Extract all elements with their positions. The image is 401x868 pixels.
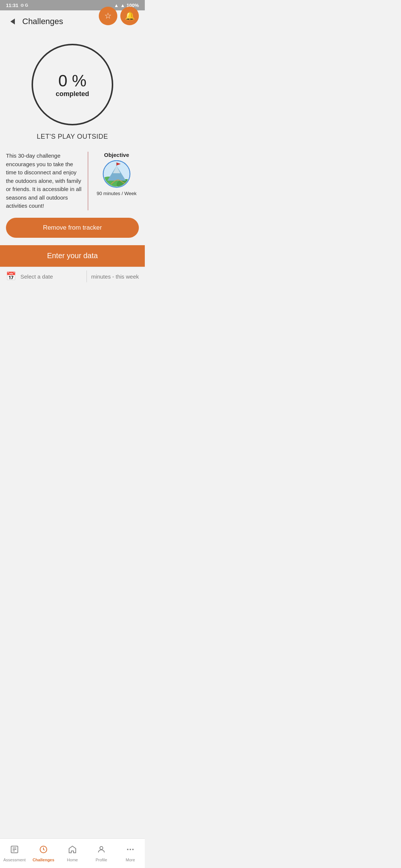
time-display: 11:31 [6, 3, 18, 8]
date-input-row: 📅 Select a date minutes - this week [0, 267, 145, 286]
notification-icon: 🔔 [125, 11, 135, 21]
progress-circle: 0 % completed [32, 44, 113, 125]
objective-desc: 90 minutes / Week [97, 190, 136, 197]
objective-label: Objective [104, 152, 129, 158]
notification-button[interactable]: 🔔 [120, 7, 139, 25]
objective-icon [100, 160, 133, 188]
top-bar: Challenges ☆ 🔔 [0, 10, 145, 33]
challenge-title: LET'S PLAY OUTSIDE [37, 133, 108, 141]
challenge-description: This 30-day challenge encourages you to … [6, 152, 82, 210]
objective-section: Objective [94, 152, 139, 197]
info-section: This 30-day challenge encourages you to … [6, 152, 139, 210]
date-row-divider [87, 270, 87, 282]
badge-button[interactable]: ☆ [99, 7, 117, 25]
progress-percent: 0 % [58, 72, 87, 90]
main-content: 0 % completed LET'S PLAY OUTSIDE This 30… [0, 33, 145, 316]
status-time: 11:31 ⊙ G [6, 3, 28, 8]
progress-section: 0 % completed LET'S PLAY OUTSIDE [0, 36, 145, 144]
status-icons: ⊙ G [20, 3, 28, 8]
enter-data-button[interactable]: Enter your data [0, 245, 145, 267]
back-button[interactable] [6, 15, 19, 28]
remove-from-tracker-button[interactable]: Remove from tracker [6, 218, 139, 238]
minutes-placeholder[interactable]: minutes - this week [91, 273, 139, 280]
bottom-spacer [0, 286, 145, 316]
back-arrow-icon [10, 19, 15, 24]
badge-icon: ☆ [104, 11, 112, 21]
enter-data-label: Enter your data [47, 251, 98, 260]
date-placeholder[interactable]: Select a date [20, 273, 82, 280]
vertical-divider [88, 152, 88, 210]
calendar-icon: 📅 [6, 272, 16, 281]
top-action-icons: ☆ 🔔 [99, 7, 139, 25]
progress-label: completed [56, 90, 89, 98]
